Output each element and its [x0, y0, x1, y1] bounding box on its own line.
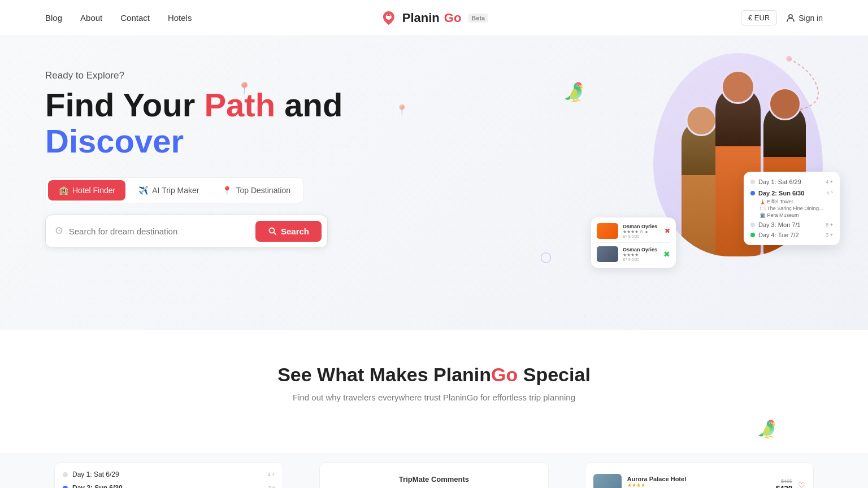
search-button[interactable]: Search — [255, 221, 322, 242]
destination-icon: 📍 — [222, 185, 232, 195]
vote-section: TripMate Comments Cast Your Vote Here Lo… — [328, 470, 540, 488]
nav-about[interactable]: About — [80, 13, 102, 23]
feature-itinerary: Day 1: Sat 6/29 4 + Day 2: Sun 6/30 2 ^ … — [45, 453, 292, 488]
hotel-details-1: Aurora Palace Hotel ★★★★ Seaside Charm L… — [627, 476, 770, 489]
svg-point-5 — [798, 107, 802, 112]
navbar: Blog About Contact Hotels PlaninGo Beta … — [0, 0, 868, 36]
nav-links: Blog About Contact Hotels — [45, 13, 192, 23]
tab-top-destination[interactable]: 📍 Top Destination — [212, 180, 301, 201]
title-prefix: Find Your — [45, 86, 204, 123]
nav-blog[interactable]: Blog — [45, 13, 62, 23]
trip-planner-card: Day 1: Sat 6/29 4 + Day 2: Sun 6/30 4 ^ … — [744, 172, 840, 245]
hotel-stars-1: ★★★★ — [627, 482, 770, 488]
feature-hotels: Aurora Palace Hotel ★★★★ Seaside Charm L… — [576, 453, 823, 488]
logo[interactable]: PlaninGo Beta — [380, 9, 488, 27]
tab-hotel-label: Hotel Finder — [72, 186, 115, 195]
logo-icon — [380, 9, 398, 27]
day1-dot — [63, 472, 68, 477]
special-title: See What Makes PlaninGo Special — [45, 364, 823, 386]
search-btn-label: Search — [281, 226, 309, 236]
nav-hotels[interactable]: Hotels — [168, 13, 192, 23]
nav-contact[interactable]: Contact — [120, 13, 150, 23]
feature-comments: TripMate Comments Cast Your Vote Here Lo… — [310, 453, 557, 488]
hotel-mini-card: Osman Oyries ★★★★ ⊙ ● $? 9.6/30 ✖ Osman … — [591, 217, 676, 268]
hotel-list: Aurora Palace Hotel ★★★★ Seaside Charm L… — [593, 470, 805, 488]
day1-label: Day 1: Sat 6/29 — [72, 470, 119, 478]
special-brand-planin: Planin — [433, 364, 491, 385]
tab-ai-trip[interactable]: ✈️ AI Trip Maker — [128, 180, 209, 201]
hero-title: Find Your Path and Discover — [45, 87, 407, 159]
search-icon — [268, 226, 277, 236]
svg-point-4 — [786, 56, 792, 62]
hero-family-area: Day 1: Sat 6/29 4 + Day 2: Sun 6/30 4 ^ … — [619, 53, 823, 279]
signin-button[interactable]: Sign in — [786, 14, 823, 23]
hotel-new-price-1: $420 — [776, 484, 792, 489]
title-discover: Discover — [45, 123, 184, 159]
day2-count: 2 ^ — [268, 485, 275, 488]
itin-day-2: Day 2: Sun 6/30 2 ^ — [63, 484, 275, 488]
deco-bird-1: 🦜 — [563, 81, 585, 103]
search-input-wrap — [55, 226, 249, 236]
svg-point-1 — [789, 15, 792, 18]
special-title-suffix: Special — [518, 364, 591, 385]
hero-content: Ready to Explore? Find Your Path and Dis… — [45, 70, 407, 248]
deco-path — [778, 53, 834, 121]
hotels-preview: Aurora Palace Hotel ★★★★ Seaside Charm L… — [585, 462, 814, 488]
beta-badge: Beta — [468, 14, 488, 23]
special-title-prefix: See What Makes — [277, 364, 433, 385]
vote-title: TripMate Comments — [328, 475, 540, 483]
special-subtitle: Find out why travelers everywhere trust … — [45, 393, 823, 402]
features-grid: Day 1: Sat 6/29 4 + Day 2: Sun 6/30 2 ^ … — [0, 453, 868, 488]
tab-dest-label: Top Destination — [236, 186, 291, 195]
hotel-name-1: Aurora Palace Hotel — [627, 476, 770, 482]
ai-icon: ✈️ — [138, 185, 148, 195]
day2-dot — [63, 486, 68, 489]
hero-section: 📍 📍 🦜 Ready to Explore? Find Your Path a… — [0, 36, 868, 330]
hero-image: Day 1: Sat 6/29 4 + Day 2: Sun 6/30 4 ^ … — [619, 53, 834, 279]
destination-search-input[interactable] — [69, 226, 249, 236]
hotel-icon: 🏨 — [58, 185, 68, 195]
location-icon — [55, 226, 64, 236]
deco-bird-2: 🦜 — [757, 419, 778, 439]
logo-go: Go — [444, 11, 462, 25]
signin-label: Sign in — [798, 14, 823, 23]
hotel-item-1: Aurora Palace Hotel ★★★★ Seaside Charm L… — [593, 470, 805, 488]
day2-label: Day 2: Sun 6/30 — [72, 484, 123, 488]
hotel-price-1: $495 $420 — [776, 478, 792, 489]
user-icon — [786, 14, 795, 23]
special-section: See What Makes PlaninGo Special Find out… — [0, 330, 868, 453]
search-tabs: 🏨 Hotel Finder ✈️ AI Trip Maker 📍 Top De… — [45, 177, 303, 203]
currency-button[interactable]: € EUR — [741, 10, 777, 25]
day1-count: 4 + — [268, 472, 275, 477]
special-brand-go: Go — [491, 364, 518, 385]
deco-circle: ◯ — [540, 251, 552, 263]
wishlist-icon-1[interactable]: ♡ — [798, 481, 805, 488]
nav-right: € EUR Sign in — [741, 10, 823, 25]
tab-hotel-finder[interactable]: 🏨 Hotel Finder — [48, 180, 125, 201]
itinerary-preview: Day 1: Sat 6/29 4 + Day 2: Sun 6/30 2 ^ … — [54, 462, 283, 488]
search-bar: Search — [45, 215, 328, 248]
itin-day-1: Day 1: Sat 6/29 4 + — [63, 470, 275, 478]
comments-preview: TripMate Comments Cast Your Vote Here Lo… — [319, 462, 548, 488]
hotel-old-price-1: $495 — [776, 478, 792, 484]
logo-planin: Planin — [402, 11, 440, 25]
title-middle: and — [275, 86, 342, 123]
hero-subtitle: Ready to Explore? — [45, 70, 407, 81]
title-path: Path — [204, 86, 275, 123]
hotel-image-1 — [593, 474, 622, 488]
tab-ai-label: AI Trip Maker — [152, 186, 199, 195]
